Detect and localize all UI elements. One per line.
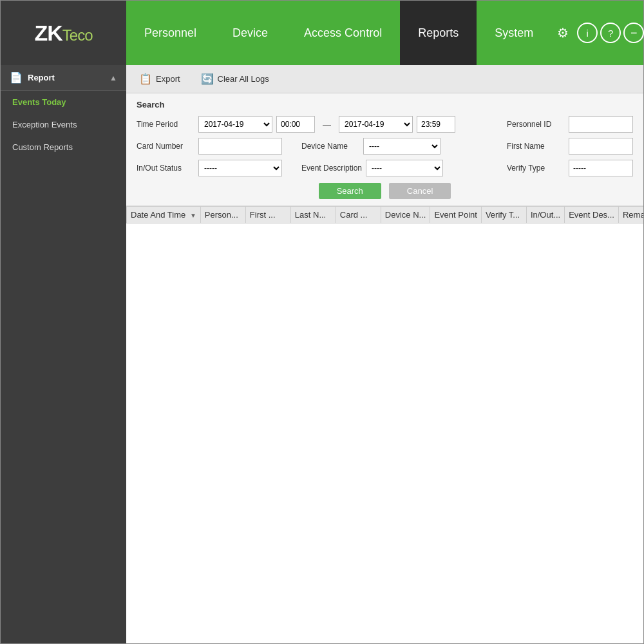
time-period-group: Time Period 2017-04-19 — 2017-04-19 [137, 116, 455, 133]
col-person-id: Person... [200, 207, 245, 223]
personnel-id-input[interactable] [569, 116, 633, 133]
content-toolbar: 📋 Export 🔄 Clear All Logs [126, 65, 643, 93]
nav-item-access-control[interactable]: Access Control [286, 1, 400, 65]
cancel-button[interactable]: Cancel [389, 183, 451, 199]
search-row-2: Card Number Device Name ---- First Name [137, 138, 633, 155]
device-name-label: Device Name [301, 142, 359, 151]
sidebar-item-exception-events[interactable]: Exception Events [1, 113, 126, 136]
minimize-icon-btn[interactable]: − [623, 23, 644, 43]
first-name-group: First Name [507, 138, 633, 155]
event-description-group: Event Description ---- [301, 160, 443, 176]
col-verify-type: Verify T... [481, 207, 526, 223]
search-title: Search [137, 100, 633, 109]
nav-item-personnel[interactable]: Personnel [126, 1, 214, 65]
nav-icons: ⚙ i ? − □ ✕ [551, 21, 644, 44]
info-icon-btn[interactable]: i [577, 23, 598, 43]
data-table: Date And Time ▼ Person... First ... Last… [126, 206, 643, 223]
sidebar-header-label: Report [28, 73, 55, 82]
time-period-label: Time Period [137, 120, 194, 129]
content-area: 📋 Export 🔄 Clear All Logs Search Time Pe… [126, 65, 643, 643]
col-card: Card ... [336, 207, 381, 223]
first-name-input[interactable] [569, 138, 633, 155]
card-number-label: Card Number [137, 142, 194, 151]
logo: ZKTeco [34, 21, 92, 46]
date-end-select[interactable]: 2017-04-19 [339, 116, 413, 133]
table-header: Date And Time ▼ Person... First ... Last… [127, 207, 644, 223]
search-button[interactable]: Search [319, 183, 381, 199]
nav-item-system[interactable]: System [477, 1, 551, 65]
main-area: 📄 Report ▲ Events Today Exception Events… [1, 65, 643, 643]
col-first-name: First ... [245, 207, 290, 223]
time-end-input[interactable] [417, 116, 455, 133]
col-last-name: Last N... [290, 207, 336, 223]
col-date-time[interactable]: Date And Time ▼ [127, 207, 201, 223]
sort-icon-date: ▼ [190, 212, 196, 219]
device-name-select[interactable]: ---- [363, 138, 440, 155]
report-icon: 📄 [10, 71, 23, 84]
nav-items: Personnel Device Access Control Reports … [126, 1, 644, 65]
date-start-select[interactable]: 2017-04-19 [198, 116, 272, 133]
search-actions: Search Cancel [137, 183, 633, 199]
col-date-time-label: Date And Time [131, 210, 185, 220]
col-remarks: Remarks [618, 207, 643, 223]
topnav: ZKTeco Personnel Device Access Control R… [1, 1, 643, 65]
nav-item-device[interactable]: Device [214, 1, 286, 65]
in-out-status-label: In/Out Status [137, 164, 194, 173]
sidebar-header: 📄 Report ▲ [1, 65, 126, 91]
card-number-input[interactable] [198, 138, 282, 155]
time-start-input[interactable] [276, 116, 315, 133]
logo-area: ZKTeco [1, 1, 126, 65]
table-header-row: Date And Time ▼ Person... First ... Last… [127, 207, 644, 223]
export-label: Export [156, 74, 180, 84]
export-icon: 📋 [139, 73, 152, 85]
help-icon-btn[interactable]: ? [600, 23, 621, 43]
clear-logs-button[interactable]: 🔄 Clear All Logs [196, 70, 274, 88]
personnel-id-group: Personnel ID [507, 116, 633, 133]
col-event-point: Event Point [430, 207, 482, 223]
table-area[interactable]: Date And Time ▼ Person... First ... Last… [126, 206, 643, 643]
in-out-status-group: In/Out Status ----- [137, 160, 282, 176]
clear-logs-label: Clear All Logs [218, 74, 269, 84]
verify-type-group: Verify Type [507, 160, 633, 176]
col-event-desc: Event Des... [565, 207, 619, 223]
device-name-group: Device Name ---- [301, 138, 440, 155]
sidebar-item-custom-reports[interactable]: Custom Reports [1, 136, 126, 158]
personnel-id-label: Personnel ID [507, 120, 565, 129]
settings-icon-btn[interactable]: ⚙ [551, 21, 574, 44]
clear-logs-icon: 🔄 [201, 73, 214, 85]
sidebar-item-events-today[interactable]: Events Today [1, 91, 126, 113]
event-description-select[interactable]: ---- [366, 160, 443, 176]
col-device-name: Device N... [381, 207, 430, 223]
col-in-out: In/Out... [526, 207, 564, 223]
export-button[interactable]: 📋 Export [134, 70, 185, 88]
date-dash: — [323, 120, 331, 129]
verify-type-input[interactable] [569, 160, 633, 176]
sidebar-collapse-icon[interactable]: ▲ [109, 73, 117, 82]
search-row-1: Time Period 2017-04-19 — 2017-04-19 P [137, 116, 633, 133]
event-description-label: Event Description [301, 164, 362, 173]
in-out-status-select[interactable]: ----- [198, 160, 282, 176]
card-number-group: Card Number [137, 138, 282, 155]
nav-item-reports[interactable]: Reports [400, 1, 477, 65]
first-name-label: First Name [507, 142, 565, 151]
search-panel: Search Time Period 2017-04-19 — 2017-04-… [126, 93, 643, 206]
verify-type-label: Verify Type [507, 164, 565, 173]
search-row-3: In/Out Status ----- Event Description --… [137, 160, 633, 176]
app-window: ZKTeco Personnel Device Access Control R… [0, 0, 644, 644]
sidebar: 📄 Report ▲ Events Today Exception Events… [1, 65, 126, 643]
